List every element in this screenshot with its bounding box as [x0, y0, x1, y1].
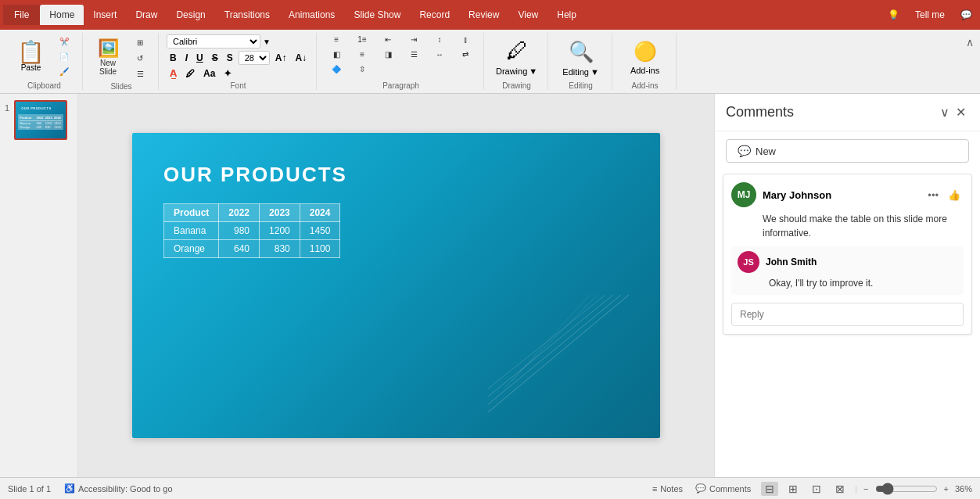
avatar-mj-initials: MJ: [738, 189, 751, 200]
tab-insert[interactable]: Insert: [84, 5, 126, 25]
slide-title: OUR PRODUCTS: [163, 163, 347, 187]
tab-animations[interactable]: Animations: [279, 5, 344, 25]
tab-slideshow[interactable]: Slide Show: [344, 5, 410, 25]
increase-indent-button[interactable]: ⇥: [402, 33, 425, 46]
tab-transitions[interactable]: Transitions: [215, 5, 279, 25]
zoom-in-button[interactable]: +: [944, 484, 949, 494]
columns-button[interactable]: ⫿: [454, 33, 477, 46]
clear-formatting-button[interactable]: ✦: [221, 67, 235, 80]
paragraph-spacing-button[interactable]: ⇳: [350, 63, 374, 76]
reset-button[interactable]: ↺: [128, 52, 152, 65]
font-color-row: A̲ 🖊 Aa ✦: [167, 67, 310, 80]
strikethrough-button[interactable]: S: [209, 52, 221, 64]
columns-icon: ⫿: [464, 35, 468, 44]
tab-record[interactable]: Record: [410, 5, 459, 25]
underline-button[interactable]: U: [193, 52, 206, 64]
new-slide-label: New Slide: [99, 59, 117, 76]
align-left-button[interactable]: ◧: [325, 48, 348, 61]
table-row: Banana 980 1200 1450: [164, 222, 340, 240]
comments-header: Comments ∨ ✕: [715, 94, 980, 131]
ribbon: File Home Insert Draw Design Transitions…: [0, 0, 980, 94]
bold-button[interactable]: B: [167, 52, 180, 64]
accessibility-status-button[interactable]: ♿ Accessibility: Good to go: [60, 482, 176, 495]
slides-label: Slides: [110, 82, 131, 91]
copy-button[interactable]: 📄: [52, 50, 76, 63]
new-comment-icon: 💬: [738, 145, 751, 157]
smart-art-button[interactable]: 🔷: [325, 63, 348, 76]
new-comment-button[interactable]: 💬 New: [726, 139, 969, 163]
slide-canvas[interactable]: OUR PRODUCTS Product 2022 2023 2024 Bana…: [132, 133, 660, 438]
comments-close-button[interactable]: ✕: [953, 102, 969, 123]
editing-icon[interactable]: 🔍: [569, 40, 594, 64]
convert-button[interactable]: ⇄: [454, 48, 477, 61]
tab-file[interactable]: File: [3, 5, 40, 25]
editing-label: Editing: [562, 67, 589, 77]
avatar-js: JS: [738, 251, 759, 273]
presenter-view-button[interactable]: ⊠: [831, 482, 849, 496]
font-family-dropdown-icon[interactable]: ▼: [263, 38, 271, 46]
format-painter-button[interactable]: 🖌️: [52, 65, 76, 78]
align-right-button[interactable]: ◨: [376, 48, 400, 61]
cell-banana-2024: 1450: [300, 222, 340, 240]
decorative-lines: [488, 295, 629, 415]
addins-icon[interactable]: 🟡: [634, 41, 657, 63]
highlight-button[interactable]: 🖊: [182, 67, 198, 80]
tell-me-label[interactable]: Tell me: [910, 6, 949, 23]
justify-button[interactable]: ☰: [402, 48, 425, 61]
section-button[interactable]: ☰: [128, 67, 152, 81]
section-icon: ☰: [137, 70, 144, 78]
normal-view-button[interactable]: ⊟: [761, 482, 778, 496]
ribbon-group-paragraph: ≡ 1≡ ⇤ ⇥ ↕ ⫿ ◧ ≡ ◨ ☰ ↔ ⇄ 🔷 ⇳: [318, 33, 484, 90]
lightbulb-icon[interactable]: 💡: [883, 6, 904, 23]
cut-button[interactable]: ✂️: [52, 35, 76, 48]
editing-button[interactable]: Editing ▼: [562, 67, 599, 77]
format-painter-icon: 🖌️: [59, 67, 69, 76]
collapse-ribbon[interactable]: ∧: [966, 33, 974, 90]
reading-view-button[interactable]: ⊡: [808, 482, 825, 496]
comment-like-button[interactable]: 👍: [945, 188, 964, 203]
paste-button[interactable]: 📋 Paste: [13, 38, 49, 75]
drawing-button[interactable]: Drawing ▼: [496, 66, 537, 76]
status-bar: Slide 1 of 1 ♿ Accessibility: Good to go…: [0, 477, 980, 499]
zoom-slider[interactable]: [875, 483, 938, 495]
tab-design[interactable]: Design: [167, 5, 214, 25]
comments-toggle-button[interactable]: 💬 Comments: [691, 482, 755, 495]
drawing-icon[interactable]: 🖊: [506, 38, 528, 63]
addins-button[interactable]: Add-ins: [630, 66, 659, 75]
zoom-out-button[interactable]: −: [863, 484, 868, 494]
comments-expand-button[interactable]: ∨: [937, 102, 953, 123]
addins-group-label: Add-ins: [632, 81, 659, 90]
text-direction-button[interactable]: ↔: [428, 48, 451, 61]
paragraph-label: Paragraph: [382, 81, 419, 90]
layout-button[interactable]: ⊞: [128, 36, 152, 49]
drawing-content: 🖊 Drawing ▼: [496, 33, 537, 80]
notes-button[interactable]: ≡ Notes: [648, 483, 687, 495]
font-family-select[interactable]: Calibri: [167, 34, 260, 48]
comment-more-button[interactable]: •••: [924, 188, 942, 203]
tab-draw[interactable]: Draw: [126, 5, 167, 25]
tab-help[interactable]: Help: [547, 5, 586, 25]
slide-sorter-button[interactable]: ⊞: [784, 482, 802, 496]
slide-thumbnail-1[interactable]: 1 OUR PRODUCTS Product202220232024 Banan…: [5, 100, 73, 140]
bullets-button[interactable]: ≡: [325, 33, 348, 46]
comments-panel: Comments ∨ ✕ 💬 New MJ Mary Johnson ••• 👍…: [714, 94, 980, 477]
font-case-button[interactable]: Aa: [200, 67, 218, 80]
svg-line-5: [512, 295, 590, 381]
tab-home[interactable]: Home: [40, 5, 84, 25]
reply-input[interactable]: [731, 303, 964, 326]
shadow-button[interactable]: S: [224, 52, 236, 64]
new-slide-button[interactable]: 🖼️ New Slide: [91, 35, 125, 79]
numbering-button[interactable]: 1≡: [350, 33, 374, 46]
chat-icon[interactable]: 💬: [956, 6, 977, 23]
decrease-indent-button[interactable]: ⇤: [376, 33, 400, 46]
tab-review[interactable]: Review: [459, 5, 508, 25]
slides-buttons: 🖼️ New Slide ⊞ ↺ ☰: [91, 33, 152, 81]
italic-button[interactable]: I: [182, 52, 191, 64]
line-spacing-button[interactable]: ↕: [428, 33, 451, 46]
font-color-button[interactable]: A̲: [167, 67, 180, 80]
font-size-select[interactable]: 28: [239, 51, 270, 65]
align-center-button[interactable]: ≡: [350, 48, 374, 61]
tab-view[interactable]: View: [508, 5, 547, 25]
increase-font-button[interactable]: A↑: [272, 52, 290, 64]
decrease-font-button[interactable]: A↓: [292, 52, 310, 64]
